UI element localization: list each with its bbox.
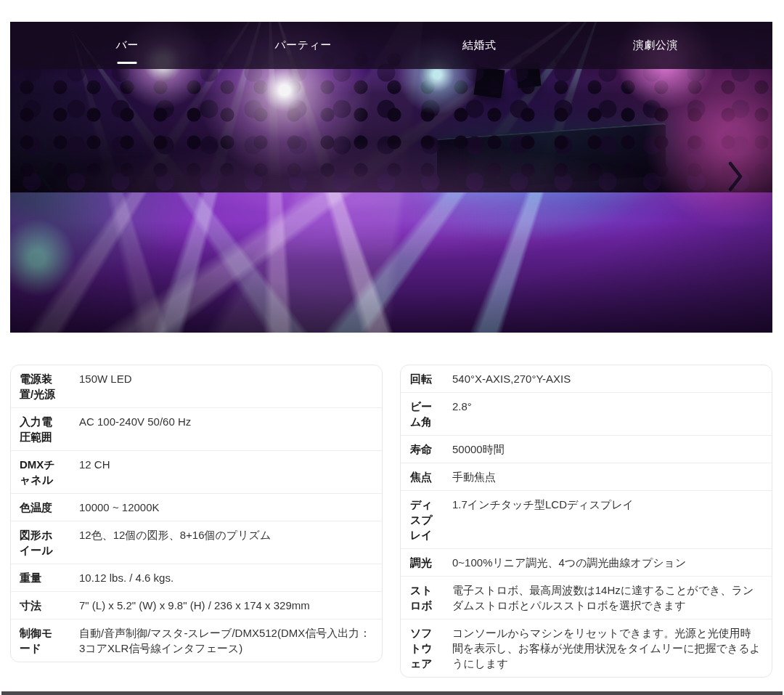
spec-value: 手動焦点 <box>452 469 761 484</box>
spec-value: 0~100%リニア調光、4つの調光曲線オプション <box>452 555 761 570</box>
active-tab-underline <box>118 62 137 64</box>
spec-table-right: 回転 540°X-AXIS,270°Y-AXIS ビーム角 2.8° 寿命 50… <box>400 365 772 678</box>
spec-row: 回転 540°X-AXIS,270°Y-AXIS <box>401 365 772 392</box>
spec-label: 焦点 <box>410 469 438 484</box>
spec-value: 12色、12個の図形、8+16個のプリズム <box>79 527 372 558</box>
spec-value: 2.8° <box>452 399 761 429</box>
spec-row: 調光 0~100%リニア調光、4つの調光曲線オプション <box>401 548 772 576</box>
tab-bar[interactable]: バー <box>39 22 216 69</box>
spec-label: 寸法 <box>20 598 56 613</box>
spec-row: 電源装置/光源 150W LED <box>11 365 382 407</box>
spec-value: 自動/音声制御/マスタ-スレーブ/DMX512(DMX信号入出力：3コアXLR信… <box>79 625 372 656</box>
spec-row: 重量 10.12 lbs. / 4.6 kgs. <box>11 564 382 591</box>
carousel-prev-button[interactable] <box>38 160 54 192</box>
hero-carousel: バー パーティー 結婚式 演劇公演 <box>10 22 772 333</box>
tab-label: 演劇公演 <box>633 38 678 52</box>
spec-label: 電源装置/光源 <box>20 371 56 402</box>
tab-label: パーティー <box>274 38 332 52</box>
spec-label: 寿命 <box>410 442 438 457</box>
spec-row: 図形ホイール 12色、12個の図形、8+16個のプリズム <box>11 521 382 564</box>
tab-label: バー <box>116 38 139 52</box>
carousel-next-button[interactable] <box>727 160 743 192</box>
chevron-right-icon <box>727 184 743 195</box>
spec-row: 入力電圧範囲 AC 100-240V 50/60 Hz <box>11 407 382 450</box>
tab-theater[interactable]: 演劇公演 <box>568 22 744 69</box>
spec-row: ストロボ 電子ストロボ、最高周波数は14Hzに達することができ、ランダムストロボ… <box>401 576 772 619</box>
spec-label: ストロボ <box>410 582 438 613</box>
spec-value: 電子ストロボ、最高周波数は14Hzに達することができ、ランダムストロボとパルスス… <box>452 582 761 613</box>
spec-label: 制御モード <box>20 625 56 656</box>
spec-label: 回転 <box>410 371 438 386</box>
spec-label: ビーム角 <box>410 399 438 429</box>
spec-label: ソフトウェア <box>410 625 438 671</box>
spec-label: 入力電圧範囲 <box>20 414 56 444</box>
spec-value: 50000時間 <box>452 442 761 457</box>
spec-row: ディスプレイ 1.7インチタッチ型LCDディスプレイ <box>401 490 772 548</box>
spec-row: 色温度 10000 ~ 12000K <box>11 493 382 521</box>
spec-label: ディスプレイ <box>410 497 438 542</box>
spec-row: ソフトウェア コンソールからマシンをリセットできます。光源と光使用時間を表示し、… <box>401 619 772 677</box>
spec-value: 10.12 lbs. / 4.6 kgs. <box>79 570 372 585</box>
spec-row: 寸法 7" (L) x 5.2" (W) x 9.8" (H) / 236 x … <box>11 591 382 619</box>
spec-label: 重量 <box>20 570 56 585</box>
spec-value: 12 CH <box>79 457 372 487</box>
spec-label: 色温度 <box>20 500 56 515</box>
spec-row: ビーム角 2.8° <box>401 392 772 435</box>
spec-value: 1.7インチタッチ型LCDディスプレイ <box>452 497 761 542</box>
spec-tables: 電源装置/光源 150W LED 入力電圧範囲 AC 100-240V 50/6… <box>10 365 772 678</box>
spec-value: 7" (L) x 5.2" (W) x 9.8" (H) / 236 x 174… <box>79 598 372 613</box>
spec-label: 図形ホイール <box>20 527 56 558</box>
spec-value: 10000 ~ 12000K <box>79 500 372 515</box>
spec-row: 制御モード 自動/音声制御/マスタ-スレーブ/DMX512(DMX信号入出力：3… <box>11 619 382 662</box>
chevron-left-icon <box>38 184 54 195</box>
spec-label: DMXチャネル <box>20 457 56 487</box>
spec-value: 150W LED <box>79 371 372 402</box>
spec-row: 寿命 50000時間 <box>401 435 772 463</box>
spec-table-left: 電源装置/光源 150W LED 入力電圧範囲 AC 100-240V 50/6… <box>10 365 383 662</box>
spec-row: DMXチャネル 12 CH <box>11 450 382 493</box>
spec-row: 焦点 手動焦点 <box>401 463 772 490</box>
spec-value: コンソールからマシンをリセットできます。光源と光使用時間を表示し、お客様が光使用… <box>452 625 761 671</box>
tab-label: 結婚式 <box>462 38 497 52</box>
spec-label: 調光 <box>410 555 438 570</box>
category-tab-bar: バー パーティー 結婚式 演劇公演 <box>10 22 772 69</box>
tab-party[interactable]: パーティー <box>216 22 392 69</box>
spec-value: 540°X-AXIS,270°Y-AXIS <box>452 371 761 386</box>
footer-divider-bar <box>1 691 783 695</box>
tab-wedding[interactable]: 結婚式 <box>391 22 568 69</box>
spec-value: AC 100-240V 50/60 Hz <box>79 414 372 444</box>
